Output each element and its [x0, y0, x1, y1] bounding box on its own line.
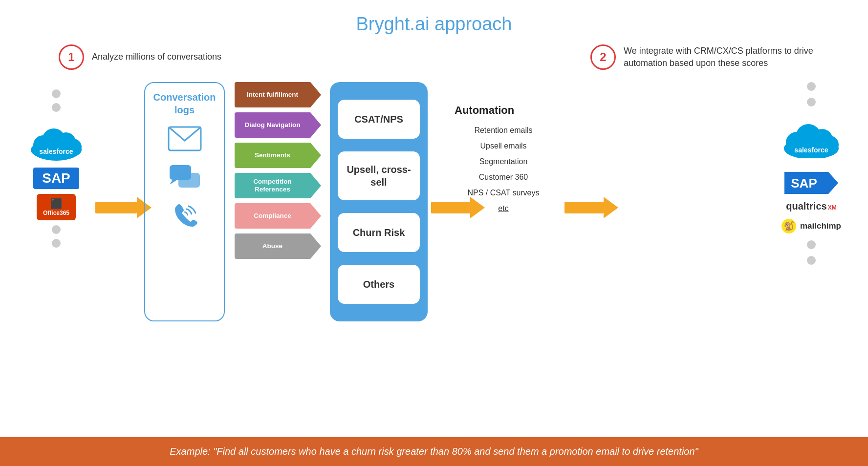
salesforce-cloud-svg: salesforce	[29, 127, 83, 161]
dot-top-left	[52, 89, 61, 98]
mailchimp-icon: 🐒	[781, 219, 796, 233]
main-container: Bryght.ai approach 1 Analyze millions of…	[0, 0, 868, 466]
automation-item-1: Retention emails	[455, 123, 552, 138]
arrow-left-to-conv	[95, 197, 152, 218]
title-area: Bryght.ai approach	[0, 0, 868, 40]
dot-bottom-right	[807, 240, 816, 249]
conversation-logs-box: Conversation logs	[144, 82, 225, 321]
score-others: Others	[338, 265, 420, 304]
cat-sentiments-label: Sentiments	[235, 143, 310, 168]
chat-icon	[168, 163, 202, 192]
arrow-auto-to-right	[564, 197, 618, 218]
step-2-text: We integrate with CRM/CX/CS platforms to…	[624, 45, 829, 69]
cat-intent-arrow: Intent fulfillment	[235, 82, 321, 107]
step-1: 1 Analyze millions of conversations	[59, 44, 221, 70]
cat-compliance-arrowhead	[310, 203, 321, 229]
svg-text:salesforce: salesforce	[794, 146, 828, 154]
qualtrics-xm: XM	[828, 204, 837, 211]
categories-column: Intent fulfillment Dialog Navigation Sen…	[235, 82, 321, 259]
arrow-body-left	[95, 202, 137, 213]
cat-intent-label: Intent fulfillment	[235, 82, 310, 107]
salesforce-logo-right: salesforce	[782, 123, 841, 160]
sap-logo-right: SAP	[784, 172, 838, 194]
automation-item-5: NPS / CSAT surveys	[455, 185, 552, 201]
score-churn: Churn Risk	[338, 213, 420, 252]
phone-icon	[170, 202, 199, 233]
cat-abuse-label: Abuse	[235, 233, 310, 259]
scores-box: CSAT/NPS Upsell, cross-sell Churn Risk O…	[330, 82, 428, 321]
steps-area: 1 Analyze millions of conversations 2 We…	[0, 40, 868, 75]
score-upsell: Upsell, cross-sell	[338, 151, 420, 200]
automation-title: Automation	[455, 104, 552, 117]
salesforce-cloud-right-svg: salesforce	[782, 123, 841, 158]
step-2: 2 We integrate with CRM/CX/CS platforms …	[590, 44, 829, 70]
svg-rect-10	[178, 173, 200, 188]
arrow-body-right	[564, 202, 604, 213]
sap-logo-left: SAP	[33, 168, 79, 189]
dot-top-right	[807, 82, 816, 91]
automation-box: Automation Retention emails Upsell email…	[455, 104, 552, 216]
dot-bottom-right2	[807, 256, 816, 265]
cat-dialog-label: Dialog Navigation	[235, 112, 310, 138]
left-logos: salesforce SAP ⬛Office365	[29, 89, 83, 248]
cat-abuse-arrow: Abuse	[235, 233, 321, 259]
automation-item-2: Upsell emails	[455, 138, 552, 154]
cat-sentiments-arrowhead	[310, 143, 321, 168]
cat-compliance-arrow: Compliance	[235, 203, 321, 229]
diagram-area: salesforce SAP ⬛Office365 Conversation l…	[0, 75, 868, 437]
svg-marker-9	[170, 180, 177, 185]
page-title: Bryght.ai approach	[0, 14, 868, 35]
cat-compliance-label: Compliance	[235, 203, 310, 229]
cat-abuse-arrowhead	[310, 233, 321, 259]
envelope-icon	[168, 126, 202, 153]
automation-item-4: Customer 360	[455, 169, 552, 185]
step-2-circle: 2	[590, 44, 616, 70]
mailchimp-logo-right: 🐒 mailchimp	[781, 219, 841, 233]
step-1-text: Analyze millions of conversations	[92, 51, 221, 63]
dot-bottom-left	[52, 225, 61, 234]
step-1-circle: 1	[59, 44, 84, 70]
svg-text:salesforce: salesforce	[39, 148, 73, 155]
cat-dialog-arrow: Dialog Navigation	[235, 112, 321, 138]
office365-logo-left: ⬛Office365	[37, 194, 76, 220]
arrow-head-right	[604, 197, 618, 218]
right-logos: salesforce SAP qualtrics XM 🐒 mailchimp	[781, 82, 841, 265]
cat-intent-arrowhead	[310, 82, 321, 107]
conv-logs-title: Conversation logs	[150, 91, 219, 116]
svg-marker-11	[195, 188, 200, 191]
automation-etc: etc	[455, 201, 552, 216]
score-csat-nps: CSAT/NPS	[338, 100, 420, 139]
qualtrics-text: qualtrics	[786, 201, 826, 212]
sap-logo-svg: SAP	[784, 172, 838, 194]
cat-sentiments-arrow: Sentiments	[235, 143, 321, 168]
automation-item-3: Segmentation	[455, 154, 552, 169]
mailchimp-text: mailchimp	[800, 221, 841, 231]
dot-bottom-left2	[52, 239, 61, 248]
cat-dialog-arrowhead	[310, 112, 321, 138]
cat-competition-arrowhead	[310, 173, 321, 198]
salesforce-logo-left: salesforce	[29, 127, 83, 163]
cat-competition-label: Competition References	[235, 173, 310, 198]
bottom-banner: Example: "Find all customers who have a …	[0, 437, 868, 466]
svg-text:SAP: SAP	[791, 176, 817, 191]
cat-competition-arrow: Competition References	[235, 173, 321, 198]
qualtrics-logo-right: qualtrics XM	[786, 201, 836, 212]
dot-top-right2	[807, 98, 816, 106]
automation-list: Retention emails Upsell emails Segmentat…	[455, 123, 552, 216]
dot-top-left2	[52, 103, 61, 112]
